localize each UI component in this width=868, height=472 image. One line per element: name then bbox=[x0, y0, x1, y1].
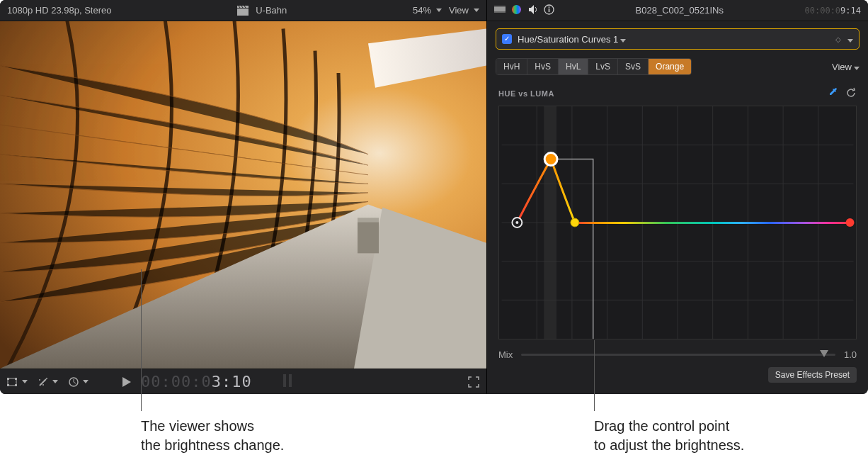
viewer-panel: 1080p HD 23.98p, Stereo U-Bahn 54% View bbox=[0, 0, 486, 394]
svg-point-17 bbox=[39, 379, 40, 381]
timecode-dim: 00:00:0 bbox=[141, 373, 212, 390]
svg-point-18 bbox=[42, 384, 44, 386]
inspector-view-dropdown[interactable]: View bbox=[832, 62, 860, 72]
curve-title-label: HUE vs LUMA bbox=[498, 89, 554, 98]
control-point-end[interactable] bbox=[846, 218, 855, 227]
preset-row: Save Effects Preset bbox=[487, 360, 868, 383]
svg-rect-12 bbox=[7, 378, 9, 380]
effect-header-row[interactable]: ✓ Hue/Saturation Curves 1 ◇ bbox=[496, 28, 860, 50]
viewer-bottom-bar: 00:00:03:10 bbox=[0, 369, 486, 394]
clip-title-dropdown[interactable]: U-Bahn bbox=[256, 5, 287, 16]
effect-options-dropdown[interactable] bbox=[845, 34, 853, 45]
fullscreen-button[interactable] bbox=[468, 376, 479, 388]
inspector-timecode: 00:00:09:14 bbox=[805, 6, 861, 16]
viewer-video-still bbox=[0, 21, 486, 369]
callout-text-right: Drag the control point to adjust the bri… bbox=[594, 417, 744, 455]
viewer-view-dropdown[interactable]: View bbox=[449, 5, 479, 16]
reset-curve-icon[interactable] bbox=[846, 87, 857, 100]
mix-slider-thumb[interactable] bbox=[820, 350, 828, 357]
zoom-dropdown[interactable]: 54% bbox=[413, 5, 442, 16]
svg-point-44 bbox=[515, 221, 518, 224]
transform-tool-dropdown[interactable] bbox=[7, 377, 28, 387]
svg-rect-28 bbox=[549, 9, 550, 12]
viewer-frame[interactable] bbox=[0, 21, 486, 369]
mix-row: Mix 1.0 bbox=[498, 349, 857, 360]
info-inspector-tab-icon[interactable] bbox=[544, 4, 554, 17]
svg-rect-0 bbox=[237, 9, 249, 16]
video-inspector-tab-icon[interactable] bbox=[494, 4, 506, 17]
save-effects-preset-button[interactable]: Save Effects Preset bbox=[768, 367, 857, 383]
inspector-tc-dim: 00:00:0 bbox=[805, 6, 841, 16]
control-point-yellow[interactable] bbox=[571, 218, 579, 227]
inspector-top-bar: B028_C002_0521INs 00:00:09:14 bbox=[487, 0, 868, 21]
svg-rect-10 bbox=[358, 218, 379, 222]
inspector-clip-name: B028_C002_0521INs bbox=[561, 5, 798, 16]
viewer-top-bar: 1080p HD 23.98p, Stereo U-Bahn 54% View bbox=[0, 0, 486, 21]
color-inspector-tab-icon[interactable] bbox=[511, 4, 522, 17]
curve-tab-segment: HvHHvSHvLLvSSvSOrange bbox=[496, 58, 692, 75]
svg-point-16 bbox=[46, 378, 47, 379]
svg-rect-29 bbox=[549, 6, 550, 8]
curve-tab-orange[interactable]: Orange bbox=[649, 59, 691, 74]
effect-name-dropdown[interactable]: Hue/Saturation Curves 1 bbox=[518, 34, 830, 45]
mix-value: 1.0 bbox=[844, 349, 857, 360]
viewer-timecode[interactable]: 00:00:03:10 bbox=[141, 373, 252, 390]
curve-tab-svs[interactable]: SvS bbox=[618, 59, 649, 74]
hue-vs-luma-curve-editor[interactable] bbox=[498, 106, 857, 339]
enhance-tool-dropdown[interactable] bbox=[38, 376, 58, 388]
audio-meter bbox=[282, 373, 295, 390]
mix-label: Mix bbox=[498, 349, 513, 360]
clip-title-label: U-Bahn bbox=[256, 5, 287, 16]
clapperboard-icon[interactable] bbox=[237, 6, 249, 16]
retime-tool-dropdown[interactable] bbox=[68, 376, 88, 388]
inspector-tc-hi: 9:14 bbox=[840, 6, 861, 16]
clip-format-label: 1080p HD 23.98p, Stereo bbox=[7, 5, 111, 16]
audio-inspector-tab-icon[interactable] bbox=[527, 4, 538, 17]
curve-tab-hvl[interactable]: HvL bbox=[559, 59, 588, 74]
eyedropper-icon[interactable] bbox=[828, 86, 839, 100]
inspector-panel: B028_C002_0521INs 00:00:09:14 ✓ Hue/Satu… bbox=[486, 0, 868, 394]
svg-rect-24 bbox=[494, 6, 506, 7]
play-button[interactable] bbox=[122, 377, 131, 387]
hue-sample-band bbox=[544, 106, 556, 339]
svg-rect-25 bbox=[494, 11, 506, 13]
keyframe-nav-icon[interactable]: ◇ bbox=[835, 35, 840, 43]
curve-tab-lvs[interactable]: LvS bbox=[588, 59, 618, 74]
svg-rect-14 bbox=[7, 384, 9, 386]
mix-slider[interactable] bbox=[521, 354, 835, 356]
svg-rect-21 bbox=[283, 374, 286, 387]
curve-baseline bbox=[575, 222, 854, 224]
svg-marker-20 bbox=[122, 377, 131, 387]
timecode-highlight: 3:10 bbox=[212, 373, 252, 390]
effect-enable-checkbox[interactable]: ✓ bbox=[502, 34, 512, 44]
svg-rect-13 bbox=[15, 378, 17, 380]
control-point-orange-peak[interactable] bbox=[544, 153, 557, 166]
svg-point-26 bbox=[512, 5, 521, 14]
curve-title-row: HUE vs LUMA bbox=[498, 86, 857, 100]
svg-rect-15 bbox=[15, 384, 17, 386]
app-window: 1080p HD 23.98p, Stereo U-Bahn 54% View bbox=[0, 0, 868, 394]
curve-tab-bar: HvHHvSHvLLvSSvSOrange View bbox=[496, 58, 860, 75]
curve-graph bbox=[499, 106, 856, 339]
svg-rect-9 bbox=[358, 220, 379, 253]
callout-text-left: The viewer shows the brightness change. bbox=[141, 417, 284, 455]
curve-tab-hvs[interactable]: HvS bbox=[527, 59, 559, 74]
curve-tab-hvh[interactable]: HvH bbox=[496, 59, 527, 74]
svg-rect-22 bbox=[289, 374, 292, 387]
